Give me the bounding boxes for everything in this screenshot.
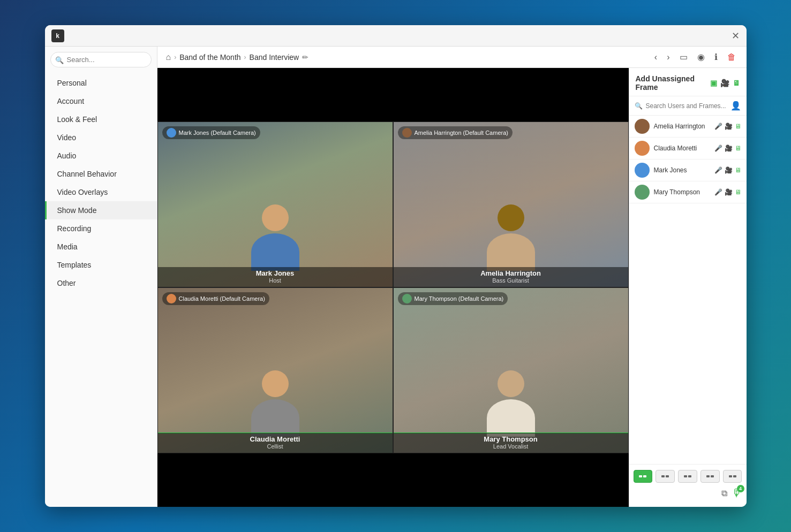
video-cell-mary[interactable]: Mary Thompson (Default Camera) Mary Thom… (393, 287, 629, 453)
participant-avatar-mary (635, 185, 650, 200)
breadcrumb-sep-2: › (244, 54, 246, 61)
video-canvas: Mark Jones (Default Camera) Mark Jones H… (157, 68, 629, 507)
participant-icons-amelia: 🎤 🎥 🖥 (714, 123, 741, 130)
video-role-1: Host (163, 277, 387, 284)
video-label-1: Mark Jones (Default Camera) (162, 126, 260, 139)
participant-name-mark: Mark Jones (654, 166, 710, 174)
forward-button[interactable]: › (665, 51, 672, 63)
sidebar-item-show-mode[interactable]: Show Mode (45, 201, 157, 219)
participant-avatar-mark (635, 163, 650, 178)
edit-icon[interactable]: ✏ (302, 53, 308, 62)
person-shape-4 (487, 370, 535, 437)
participant-icons-claudia: 🎤 🎥 🖥 (714, 145, 741, 152)
mic-icon-mary[interactable]: 🎤 (714, 188, 722, 196)
screen-icon-mary[interactable]: 🖥 (735, 188, 741, 196)
sidebar-item-recording[interactable]: Recording (45, 219, 157, 238)
layout-btn-3[interactable] (678, 470, 697, 483)
monitor-button[interactable]: ▭ (677, 51, 690, 63)
participant-row-amelia: Amelia Harrington 🎤 🎥 🖥 (629, 116, 747, 138)
go-live-button[interactable]: 🎙 4 (732, 487, 742, 499)
bottom-controls: ⧉ 🎙 4 (629, 464, 747, 507)
breadcrumb-item-1[interactable]: Band of the Month (179, 53, 240, 62)
screen-icon-claudia[interactable]: 🖥 (735, 145, 741, 152)
sidebar-item-other[interactable]: Other (45, 274, 157, 292)
back-button[interactable]: ‹ (652, 51, 659, 63)
participant-avatar-claudia (635, 141, 650, 156)
video-name-1: Mark Jones (163, 269, 387, 277)
participant-icons-mary: 🎤 🎥 🖥 (714, 188, 741, 196)
toolbar: ⌂ › Band of the Month › Band Interview ✏… (157, 47, 747, 68)
main-window: k ✕ 🔍 Personal Account Look & Feel Video (45, 25, 747, 507)
copy-button[interactable]: ⧉ (721, 489, 727, 498)
video-cell-claudia[interactable]: Claudia Moretti (Default Camera) Claudia… (157, 287, 393, 453)
home-icon[interactable]: ⌂ (166, 52, 171, 62)
panel-search-container: 🔍 👤 (629, 96, 747, 116)
breadcrumb-item-2[interactable]: Band Interview (250, 53, 299, 62)
right-panel: Add Unassigned Frame ▣ 🎥 🖥 🔍 👤 (629, 68, 747, 507)
layout-row (634, 470, 742, 483)
video-name-bar-3: Claudia Moretti Cellist (158, 433, 393, 453)
video-name-bar-1: Mark Jones Host (158, 267, 393, 287)
screen-icon-mark[interactable]: 🖥 (735, 166, 741, 174)
person-shape-3 (251, 370, 299, 437)
panel-search-input[interactable] (646, 102, 727, 110)
stage-area: Mark Jones (Default Camera) Mark Jones H… (157, 68, 747, 507)
sidebar-item-templates[interactable]: Templates (45, 256, 157, 274)
info-button[interactable]: ℹ (712, 51, 720, 63)
sidebar-item-account[interactable]: Account (45, 92, 157, 110)
video-label-2: Amelia Harrington (Default Camera) (398, 126, 513, 139)
panel-search-icon: 🔍 (635, 102, 643, 110)
video-cell-amelia[interactable]: Amelia Harrington (Default Camera) Ameli… (393, 121, 629, 287)
cam-icon-mary[interactable]: 🎥 (725, 188, 733, 196)
sidebar-item-video[interactable]: Video (45, 128, 157, 147)
sidebar: 🔍 Personal Account Look & Feel Video Aud… (45, 47, 157, 507)
sidebar-item-look-feel[interactable]: Look & Feel (45, 110, 157, 128)
participant-avatar-amelia (635, 119, 650, 134)
avatar-mary (402, 294, 412, 303)
video-label-3: Claudia Moretti (Default Camera) (162, 292, 269, 305)
video-label-text-3: Claudia Moretti (Default Camera) (179, 295, 265, 302)
person-shape-1 (251, 204, 299, 271)
video-role-3: Cellist (163, 443, 387, 450)
add-frame-camera-icon[interactable]: 🎥 (720, 79, 729, 87)
layout-btn-1[interactable] (634, 470, 653, 483)
add-frame-display-icon[interactable]: 🖥 (733, 79, 740, 87)
cam-icon-mark[interactable]: 🎥 (725, 166, 733, 174)
cam-icon-amelia[interactable]: 🎥 (725, 123, 733, 130)
bottom-action-row: ⧉ 🎙 4 (634, 487, 742, 499)
layout-btn-5[interactable] (723, 470, 742, 483)
avatar-claudia (167, 294, 176, 303)
eye-button[interactable]: ◉ (695, 51, 707, 63)
sidebar-item-video-overlays[interactable]: Video Overlays (45, 183, 157, 201)
sidebar-item-personal[interactable]: Personal (45, 74, 157, 92)
cam-icon-claudia[interactable]: 🎥 (725, 145, 733, 152)
search-container: 🔍 (50, 52, 152, 67)
add-frame-screen-icon[interactable]: ▣ (710, 79, 717, 87)
mic-icon-mark[interactable]: 🎤 (714, 166, 722, 174)
add-user-icon[interactable]: 👤 (730, 101, 741, 111)
video-label-text-2: Amelia Harrington (Default Camera) (415, 130, 508, 136)
participant-name-amelia: Amelia Harrington (654, 123, 710, 130)
mic-icon-claudia[interactable]: 🎤 (714, 145, 722, 152)
person-shape-2 (487, 204, 535, 271)
main-content: ⌂ › Band of the Month › Band Interview ✏… (157, 47, 747, 507)
live-badge: 4 (737, 485, 744, 492)
video-name-4: Mary Thompson (399, 435, 623, 443)
sidebar-item-audio[interactable]: Audio (45, 147, 157, 165)
layout-btn-2[interactable] (656, 470, 675, 483)
search-input[interactable] (50, 52, 152, 67)
sidebar-item-media[interactable]: Media (45, 238, 157, 256)
layout-btn-4[interactable] (700, 470, 720, 483)
title-bar: k ✕ (45, 25, 747, 47)
screen-icon-amelia[interactable]: 🖥 (735, 123, 741, 130)
close-button[interactable]: ✕ (732, 32, 740, 40)
participant-name-mary: Mary Thompson (654, 188, 710, 196)
mic-icon-amelia[interactable]: 🎤 (714, 123, 722, 130)
sidebar-item-channel-behavior[interactable]: Channel Behavior (45, 165, 157, 183)
video-label-4: Mary Thompson (Default Camera) (398, 292, 508, 305)
search-icon: 🔍 (55, 56, 64, 64)
avatar-amelia (402, 128, 412, 138)
video-cell-mark-jones[interactable]: Mark Jones (Default Camera) Mark Jones H… (157, 121, 393, 287)
delete-button[interactable]: 🗑 (725, 51, 738, 63)
panel-header: Add Unassigned Frame ▣ 🎥 🖥 (629, 68, 747, 96)
